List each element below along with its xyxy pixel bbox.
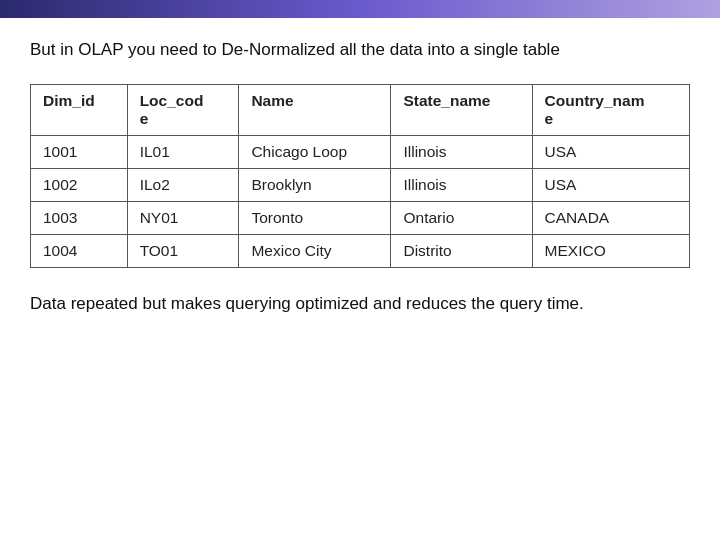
table-row: 1003NY01TorontoOntarioCANADA xyxy=(31,201,690,234)
cell-country_name: CANADA xyxy=(532,201,689,234)
cell-country_name: USA xyxy=(532,168,689,201)
cell-loc_code: ILo2 xyxy=(127,168,239,201)
intro-paragraph: But in OLAP you need to De-Normalized al… xyxy=(30,38,690,62)
cell-dim_id: 1004 xyxy=(31,234,128,267)
col-header-country-name: Country_name xyxy=(532,84,689,135)
table-row: 1001IL01Chicago LoopIllinoisUSA xyxy=(31,135,690,168)
table-header-row: Dim_id Loc_code Name State_name Country_… xyxy=(31,84,690,135)
col-header-dim-id: Dim_id xyxy=(31,84,128,135)
col-header-name: Name xyxy=(239,84,391,135)
cell-name: Brooklyn xyxy=(239,168,391,201)
top-bar xyxy=(0,0,720,18)
col-header-loc-code: Loc_code xyxy=(127,84,239,135)
main-content: But in OLAP you need to De-Normalized al… xyxy=(0,18,720,540)
cell-state_name: Illinois xyxy=(391,135,532,168)
table-row: 1002ILo2BrooklynIllinoisUSA xyxy=(31,168,690,201)
table-row: 1004TO01Mexico CityDistritoMEXICO xyxy=(31,234,690,267)
cell-dim_id: 1003 xyxy=(31,201,128,234)
col-header-state-name: State_name xyxy=(391,84,532,135)
cell-name: Chicago Loop xyxy=(239,135,391,168)
cell-country_name: MEXICO xyxy=(532,234,689,267)
cell-name: Mexico City xyxy=(239,234,391,267)
footer-paragraph: Data repeated but makes querying optimiz… xyxy=(30,292,690,316)
olap-table: Dim_id Loc_code Name State_name Country_… xyxy=(30,84,690,268)
cell-loc_code: TO01 xyxy=(127,234,239,267)
cell-loc_code: NY01 xyxy=(127,201,239,234)
cell-state_name: Illinois xyxy=(391,168,532,201)
cell-dim_id: 1002 xyxy=(31,168,128,201)
cell-country_name: USA xyxy=(532,135,689,168)
cell-dim_id: 1001 xyxy=(31,135,128,168)
cell-state_name: Distrito xyxy=(391,234,532,267)
cell-state_name: Ontario xyxy=(391,201,532,234)
cell-name: Toronto xyxy=(239,201,391,234)
cell-loc_code: IL01 xyxy=(127,135,239,168)
